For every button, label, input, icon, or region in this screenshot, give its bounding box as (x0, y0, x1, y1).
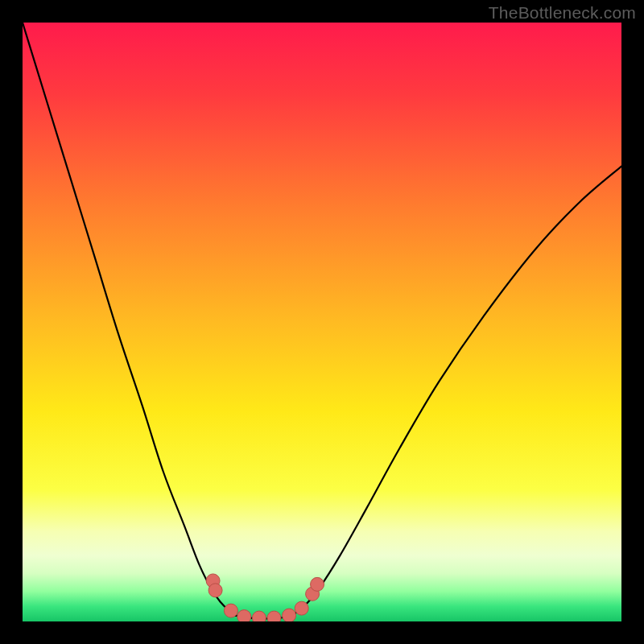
marker-dot (283, 609, 296, 621)
marker-dot (237, 610, 251, 621)
marker-dot (295, 601, 308, 615)
marker-dot (208, 584, 222, 597)
chart-area (23, 23, 621, 621)
marker-dot (224, 604, 237, 617)
marker-dot (252, 611, 266, 621)
chart-svg (23, 23, 621, 621)
marker-dot (311, 577, 324, 591)
gradient-backdrop (23, 23, 621, 621)
outer-frame: TheBottleneck.com (0, 0, 644, 644)
watermark-text: TheBottleneck.com (489, 3, 636, 23)
marker-dot (267, 611, 281, 621)
